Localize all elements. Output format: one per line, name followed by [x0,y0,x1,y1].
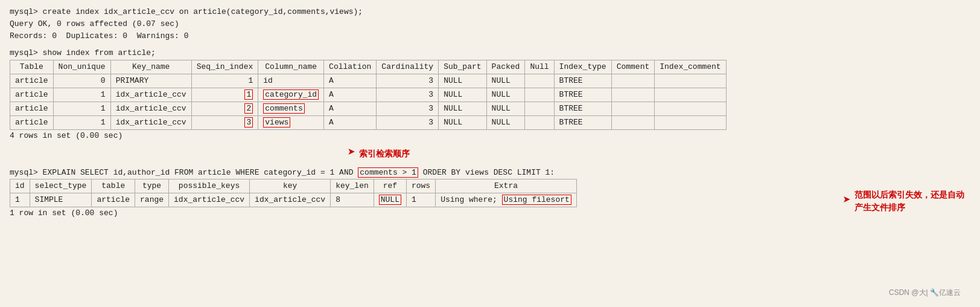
filesort-highlight: Using filesort [502,195,571,205]
cell-non-unique: 0 [53,74,110,88]
seq-highlight-3: 3 [244,117,253,128]
table1-header-row: Table Non_unique Key_name Seq_in_index C… [10,60,727,74]
cell2-select-type: SIMPLE [30,193,92,207]
th-key-name: Key_name [110,60,191,74]
th-packed: Packed [486,60,525,74]
annotation2-area: ➤ 范围以后索引失效，还是自动 产生文件排序 [843,189,964,215]
table-row: article 1 idx_article_ccv 3 views A 3 NU… [10,115,727,130]
cell2-table: article [91,193,135,207]
table-row: article 0 PRIMARY 1 id A 3 NULL NULL BTR… [10,74,727,88]
cell-cardinality: 3 [376,115,438,130]
cell-index-type: BTREE [554,74,611,88]
cell-collation: A [323,88,376,102]
cell-comment [611,88,655,102]
th-index-type: Index_type [554,60,611,74]
th-comment: Comment [611,60,655,74]
explain-table: id select_type table type possible_keys … [10,179,970,207]
cell-cardinality: 3 [376,88,438,102]
null-highlight: NULL [379,195,401,205]
cell-index-comment [654,115,726,130]
cell-key-name: idx_article_ccv [110,115,191,130]
th-null: Null [524,60,553,74]
cell-table: article [10,88,53,102]
th2-extra: Extra [435,179,577,193]
table-row: article 1 idx_article_ccv 2 comments A 3… [10,102,727,115]
cell-comment [611,74,655,88]
cell-sub-part: NULL [438,102,486,115]
cell-table: article [10,74,53,88]
cell2-rows: 1 [406,193,435,207]
cell-seq: 1 [191,88,258,102]
cell-cardinality: 3 [376,74,438,88]
cell2-extra: Using where; Using filesort [435,193,577,207]
th-non-unique: Non_unique [53,60,110,74]
th-sub-part: Sub_part [438,60,486,74]
th-table: Table [10,60,53,74]
cell-col-name: category_id [258,88,323,102]
cell-comment [611,115,655,130]
table2-footer: 1 row in set (0.00 sec) [10,207,970,219]
colname-highlight-2: comments [263,103,304,114]
th-cardinality: Cardinality [376,60,438,74]
th2-id: id [10,179,30,193]
th2-rows: rows [406,179,435,193]
cell2-possible-keys: idx_article_ccv [168,193,249,207]
cell-null [524,102,553,115]
colname-highlight-3: views [263,117,290,128]
cell-table: article [10,102,53,115]
cell-packed: NULL [486,74,525,88]
cmd3-line: mysql> EXPLAIN SELECT id,author_id FROM … [10,167,970,179]
th2-key-len: key_len [330,179,374,193]
cell-seq: 1 [191,74,258,88]
cell-collation: A [323,102,376,115]
explain-section: id select_type table type possible_keys … [10,179,970,207]
cell-non-unique: 1 [53,88,110,102]
table2-header-row: id select_type table type possible_keys … [10,179,577,193]
cell-index-type: BTREE [554,102,611,115]
cell-cardinality: 3 [376,102,438,115]
th-seq: Seq_in_index [191,60,258,74]
cell-key-name: idx_article_ccv [110,88,191,102]
cell-key-name: idx_article_ccv [110,102,191,115]
cell-collation: A [323,115,376,130]
cell-sub-part: NULL [438,115,486,130]
cell-non-unique: 1 [53,102,110,115]
cmd2-line: mysql> show index from article; [10,47,970,59]
th-col-name: Column_name [258,60,323,74]
annotation2-text: 范围以后索引失效，还是自动 产生文件排序 [854,189,964,215]
table-row: article 1 idx_article_ccv 1 category_id … [10,88,727,102]
th2-table: table [91,179,135,193]
seq-highlight-2: 2 [244,103,253,114]
annotation1-row: ➤ 索引检索顺序 [348,143,970,164]
annotation1-text: 索引检索顺序 [359,147,410,161]
cell-null [524,74,553,88]
th2-select-type: select_type [30,179,92,193]
cell-col-name: comments [258,102,323,115]
cell-packed: NULL [486,88,525,102]
cell2-key-len: 8 [330,193,374,207]
cell-seq: 3 [191,115,258,130]
cell-seq: 2 [191,102,258,115]
table1-footer: 4 rows in set (0.00 sec) [10,130,970,142]
main-container: mysql> create index idx_article_ccv on a… [10,6,970,302]
seq-highlight-1: 1 [244,89,253,100]
cell2-key: idx_article_ccv [249,193,330,207]
th-index-comment: Index_comment [654,60,726,74]
th-collation: Collation [323,60,376,74]
cell-comment [611,102,655,115]
cell-index-type: BTREE [554,115,611,130]
arrow-right2-icon: ➤ [843,191,851,212]
cell-index-comment [654,74,726,88]
th2-type: type [135,179,168,193]
th2-key: key [249,179,330,193]
cell-index-comment [654,88,726,102]
cell-null [524,115,553,130]
arrow-right-icon: ➤ [348,143,355,164]
show-index-table: Table Non_unique Key_name Seq_in_index C… [10,60,970,131]
cell-sub-part: NULL [438,88,486,102]
cell-table: article [10,115,53,130]
cmd1-result2: Records: 0 Duplicates: 0 Warnings: 0 [10,30,970,42]
table-row: 1 SIMPLE article range idx_article_ccv i… [10,193,577,207]
cell-key-name: PRIMARY [110,74,191,88]
th2-possible-keys: possible_keys [168,179,249,193]
